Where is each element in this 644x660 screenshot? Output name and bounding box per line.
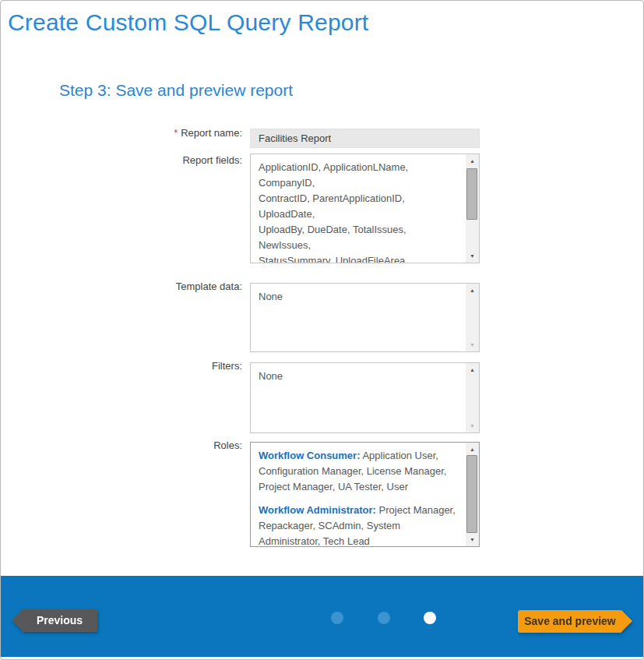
report-name-input[interactable] — [250, 129, 480, 148]
step-progress-dots — [331, 612, 444, 624]
save-and-preview-button[interactable]: Save and preview — [518, 610, 622, 633]
page-title: Create Custom SQL Query Report — [8, 9, 368, 36]
report-name-label: *Report name: — [75, 127, 242, 139]
scrollbar-thumb[interactable] — [466, 168, 477, 220]
roles-scrollbar[interactable]: ▲ ▼ — [466, 443, 479, 546]
roles-text: Workflow Consumer: Application User, Con… — [251, 443, 466, 546]
scroll-down-icon[interactable]: ▼ — [466, 534, 479, 545]
wizard-footer-bar: Previous Save and preview — [1, 576, 643, 657]
progress-dot-step-3-active — [424, 612, 436, 624]
report-fields-box[interactable]: ApplicationID, ApplicationLName, Company… — [250, 154, 480, 263]
role-group: Workflow Consumer: Application User, Con… — [259, 448, 461, 495]
step-heading: Step 3: Save and preview report — [59, 81, 293, 100]
roles-box[interactable]: Workflow Consumer: Application User, Con… — [250, 442, 480, 547]
template-data-box[interactable]: None ▲ ▼ — [250, 283, 480, 352]
report-fields-label: Report fields: — [75, 154, 242, 166]
role-group: Workflow Administrator: Project Manager,… — [259, 503, 461, 546]
report-fields-scrollbar[interactable]: ▲ ▼ — [466, 154, 479, 263]
template-data-text: None — [251, 284, 466, 351]
progress-dot-step-1 — [331, 612, 343, 624]
role-group-name: Workflow Consumer: — [259, 450, 361, 461]
required-asterisk: * — [174, 127, 178, 139]
progress-dot-step-2 — [378, 612, 390, 624]
scroll-up-icon[interactable]: ▲ — [466, 364, 479, 376]
report-fields-text: ApplicationID, ApplicationLName, Company… — [251, 154, 466, 263]
scroll-down-icon[interactable]: ▼ — [466, 250, 479, 262]
filters-scrollbar[interactable]: ▲ ▼ — [466, 363, 479, 432]
scroll-up-icon[interactable]: ▲ — [466, 443, 479, 455]
filters-box[interactable]: None ▲ ▼ — [250, 362, 480, 433]
previous-button[interactable]: Previous — [22, 609, 97, 632]
scroll-down-icon[interactable]: ▼ — [466, 420, 479, 432]
scroll-down-icon[interactable]: ▼ — [466, 339, 479, 351]
scrollbar-thumb[interactable] — [466, 455, 477, 533]
wizard-page: Create Custom SQL Query Report Step 3: S… — [0, 0, 644, 660]
scroll-up-icon[interactable]: ▲ — [466, 155, 479, 167]
template-data-scrollbar[interactable]: ▲ ▼ — [466, 284, 479, 351]
roles-label: Roles: — [75, 439, 242, 451]
template-data-label: Template data: — [75, 281, 242, 292]
role-group-name: Workflow Administrator: — [259, 504, 376, 516]
scroll-up-icon[interactable]: ▲ — [466, 284, 479, 296]
report-name-label-text: Report name: — [181, 127, 242, 139]
filters-label: Filters: — [75, 360, 242, 372]
filters-text: None — [251, 363, 466, 432]
